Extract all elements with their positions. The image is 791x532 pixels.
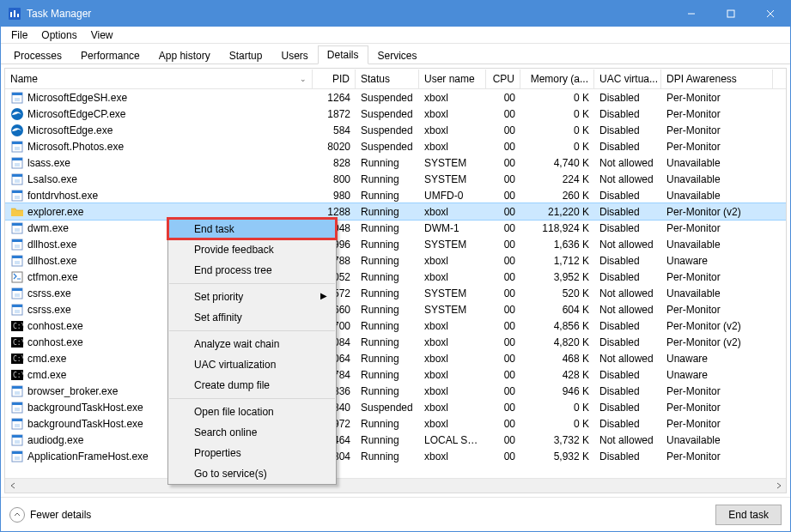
fewer-details-button[interactable]: Fewer details <box>9 507 91 523</box>
process-name: cmd.exe <box>27 369 66 381</box>
tab-processes[interactable]: Processes <box>4 46 71 64</box>
cell-status: Running <box>356 368 419 382</box>
table-row[interactable]: backgroundTaskHost.exe4972Runningxboxl00… <box>5 415 786 432</box>
process-name: backgroundTaskHost.exe <box>27 418 143 430</box>
context-menu-separator <box>169 330 335 331</box>
menu-options[interactable]: Options <box>34 27 83 43</box>
scroll-left-button[interactable] <box>5 479 20 493</box>
table-row[interactable]: dwm.exe1048RunningDWM-100118,924 KDisabl… <box>5 220 786 236</box>
svg-rect-24 <box>15 196 20 199</box>
col-dpi[interactable]: DPI Awareness <box>661 70 773 88</box>
process-icon <box>10 270 24 284</box>
cell-uac: Disabled <box>594 319 661 333</box>
cell-user: LOCAL SE... <box>419 433 486 447</box>
tab-services[interactable]: Services <box>368 46 427 64</box>
table-row[interactable]: explorer.exe1288Runningxboxl0021,220 KDi… <box>5 203 786 220</box>
process-icon <box>10 384 24 398</box>
table-row[interactable]: dllhost.exe5996RunningSYSTEM001,636 KNot… <box>5 236 786 252</box>
col-mem[interactable]: Memory (a... <box>520 70 594 88</box>
svg-rect-3 <box>17 14 19 17</box>
table-row[interactable]: ctfmon.exe6052Runningxboxl003,952 KDisab… <box>5 269 786 285</box>
cell-status: Running <box>356 189 419 203</box>
table-row[interactable]: LsaIso.exe800RunningSYSTEM00224 KNot all… <box>5 171 786 187</box>
process-icon <box>10 172 24 186</box>
cell-cpu: 00 <box>486 352 520 366</box>
context-menu-item[interactable]: Set priority▶ <box>168 287 336 307</box>
col-cpu[interactable]: CPU <box>486 70 520 88</box>
tab-details[interactable]: Details <box>318 45 368 64</box>
cell-dpi: Per-Monitor (v2) <box>661 205 773 219</box>
col-uac[interactable]: UAC virtua... <box>594 70 661 88</box>
titlebar[interactable]: Task Manager <box>1 1 790 27</box>
table-row[interactable]: backgroundTaskHost.exe6840Suspendedxboxl… <box>5 399 786 415</box>
cell-user: xboxl <box>419 107 486 121</box>
context-menu-item[interactable]: End task <box>168 219 336 239</box>
table-row[interactable]: C:\conhost.exe700Runningxboxl004,856 KDi… <box>5 317 786 334</box>
context-menu-item[interactable]: Analyze wait chain <box>168 334 336 354</box>
table-row[interactable]: csrss.exe660RunningSYSTEM00604 KNot allo… <box>5 301 786 317</box>
table-row[interactable]: C:\conhost.exe10084Runningxboxl004,820 K… <box>5 334 786 350</box>
table-row[interactable]: C:\cmd.exe2784Runningxboxl00428 KDisable… <box>5 366 786 383</box>
table-row[interactable]: Microsoft.Photos.exe8020Suspendedxboxl00… <box>5 138 786 154</box>
col-name[interactable]: Name⌄ <box>5 70 313 88</box>
cell-uac: Disabled <box>594 384 661 398</box>
cell-cpu: 00 <box>486 319 520 333</box>
svg-rect-57 <box>15 424 20 427</box>
cell-status: Running <box>356 433 419 447</box>
col-pid[interactable]: PID <box>313 70 356 88</box>
scroll-right-button[interactable] <box>771 479 786 493</box>
table-row[interactable]: C:\cmd.exe2064Runningxboxl00468 KNot all… <box>5 350 786 366</box>
table-row[interactable]: MicrosoftEdgeCP.exe1872Suspendedxboxl000… <box>5 106 786 122</box>
context-menu-item[interactable]: Properties <box>168 443 336 463</box>
cell-dpi: Unavailable <box>661 156 773 170</box>
horizontal-scrollbar[interactable] <box>5 478 786 493</box>
end-task-button[interactable]: End task <box>715 505 782 525</box>
table-body[interactable]: MicrosoftEdgeSH.exe1264Suspendedxboxl000… <box>5 89 786 478</box>
table-row[interactable]: audiodg.exe4464RunningLOCAL SE...003,732… <box>5 432 786 448</box>
table-row[interactable]: MicrosoftEdge.exe584Suspendedxboxl000 KD… <box>5 122 786 138</box>
table-row[interactable]: ApplicationFrameHost.exe7804Runningxboxl… <box>5 448 786 464</box>
menu-file[interactable]: File <box>4 27 34 43</box>
close-button[interactable] <box>751 1 790 27</box>
cell-cpu: 00 <box>486 205 520 219</box>
table-row[interactable]: MicrosoftEdgeSH.exe1264Suspendedxboxl000… <box>5 89 786 106</box>
col-user[interactable]: User name <box>419 70 486 88</box>
context-menu-item[interactable]: Search online <box>168 422 336 443</box>
menu-view[interactable]: View <box>84 27 120 43</box>
table-row[interactable]: csrss.exe572RunningSYSTEM00520 KNot allo… <box>5 285 786 301</box>
context-menu-item[interactable]: Open file location <box>168 402 336 422</box>
cell-dpi: Per-Monitor <box>661 107 773 121</box>
cell-cpu: 00 <box>486 270 520 284</box>
svg-rect-15 <box>15 147 20 150</box>
cell-user: xboxl <box>419 91 486 105</box>
context-menu-item[interactable]: Provide feedback <box>168 239 336 260</box>
context-menu[interactable]: End taskProvide feedbackEnd process tree… <box>167 218 337 485</box>
context-menu-item[interactable]: End process tree <box>168 260 336 281</box>
tab-performance[interactable]: Performance <box>71 46 149 64</box>
context-menu-item[interactable]: Create dump file <box>168 375 336 396</box>
table-row[interactable]: browser_broker.exe10836Runningxboxl00946… <box>5 383 786 399</box>
window-title: Task Manager <box>27 8 91 20</box>
minimize-button[interactable] <box>672 1 711 27</box>
svg-rect-34 <box>12 272 22 282</box>
context-menu-item[interactable]: Go to service(s) <box>168 463 336 484</box>
maximize-button[interactable] <box>711 1 751 27</box>
process-icon <box>10 124 24 137</box>
process-icon: C:\ <box>10 319 24 333</box>
svg-rect-54 <box>15 408 20 411</box>
cell-cpu: 00 <box>486 140 520 154</box>
cell-uac: Not allowed <box>594 156 661 170</box>
tab-app-history[interactable]: App history <box>149 46 220 64</box>
table-row[interactable]: dllhost.exe9788Runningxboxl001,712 KDisa… <box>5 252 786 269</box>
tab-users[interactable]: Users <box>271 46 317 64</box>
table-row[interactable]: lsass.exe828RunningSYSTEM004,740 KNot al… <box>5 154 786 171</box>
tab-startup[interactable]: Startup <box>220 46 272 64</box>
svg-rect-36 <box>12 288 22 291</box>
col-status[interactable]: Status <box>356 70 419 88</box>
cell-dpi: Unavailable <box>661 172 773 186</box>
context-menu-item[interactable]: UAC virtualization <box>168 354 336 375</box>
context-menu-item[interactable]: Set affinity <box>168 307 336 328</box>
table-row[interactable]: fontdrvhost.exe980RunningUMFD-000260 KDi… <box>5 187 786 203</box>
cell-cpu: 00 <box>486 238 520 251</box>
cell-mem: 604 K <box>520 303 594 317</box>
